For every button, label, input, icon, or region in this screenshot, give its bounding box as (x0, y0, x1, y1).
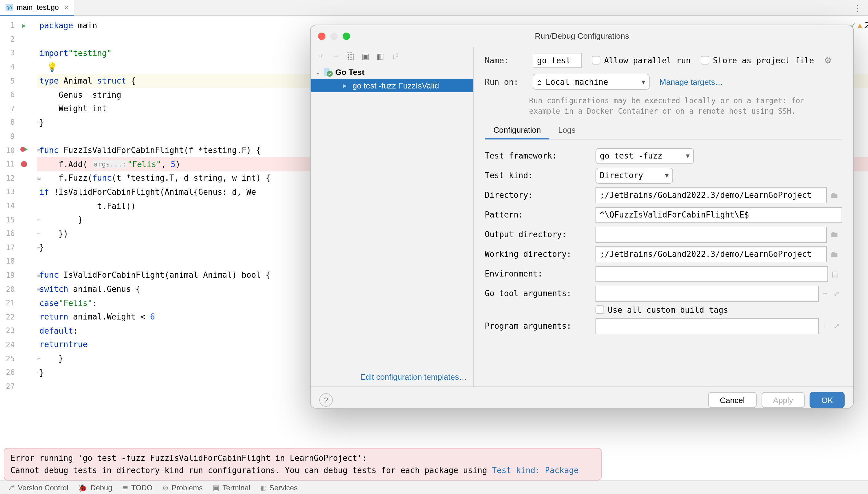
pattern-input[interactable] (596, 207, 842, 223)
run-bug-icon[interactable] (20, 145, 28, 155)
tool-args-input[interactable] (596, 285, 819, 301)
prog-args-label: Program arguments: (485, 321, 589, 330)
run-on-select[interactable]: ⌂ Local machine ▼ (533, 74, 650, 90)
copy-config-icon[interactable]: ⿻ (344, 49, 357, 63)
run-debug-dialog: Run/Debug Configurations ＋ － ⿻ ▣ ▥ ↓² ⌄ … (310, 24, 854, 408)
sb-todo[interactable]: ≣ TODO (122, 483, 152, 492)
run-on-label: Run on: (485, 77, 523, 86)
status-bar: ⎇ Version Control 🐞 Debug ≣ TODO ⊘ Probl… (0, 480, 868, 494)
gutter-line: 3 (0, 46, 37, 60)
save-config-icon[interactable]: ▣ (359, 49, 372, 63)
sb-version-control[interactable]: ⎇ Version Control (6, 483, 68, 492)
kind-select[interactable]: Directory ▼ (596, 167, 673, 184)
svg-text:go: go (6, 5, 12, 10)
chevron-down-icon: ▼ (665, 172, 669, 179)
run-icon[interactable]: ▶ (22, 22, 26, 29)
pattern-label: Pattern: (485, 210, 589, 220)
close-window-icon[interactable] (318, 33, 325, 40)
env-input[interactable] (596, 266, 828, 282)
folder-icon[interactable]: 🖿 (827, 190, 842, 200)
gutter-line: 10⊟ (0, 144, 37, 157)
plus-icon[interactable]: ＋ (819, 288, 831, 299)
error-line2: Cannot debug tests in directory-kind run… (11, 464, 595, 476)
ok-button[interactable]: OK (810, 392, 845, 408)
manage-targets-link[interactable]: Manage targets… (659, 77, 723, 86)
name-label: Name: (485, 56, 523, 65)
prog-args-input[interactable] (596, 318, 819, 334)
apply-button[interactable]: Apply (761, 392, 804, 408)
gutter-line: 14 (0, 199, 37, 213)
checkbox-icon (592, 56, 600, 64)
chevron-down-icon: ▼ (641, 78, 645, 85)
tab-configuration[interactable]: Configuration (485, 121, 550, 139)
tab-logs[interactable]: Logs (550, 121, 584, 138)
sb-debug[interactable]: 🐞 Debug (78, 483, 112, 492)
working-dir-input[interactable] (596, 246, 827, 262)
edit-templates-link[interactable]: Edit configuration templates… (360, 372, 467, 382)
sb-terminal[interactable]: ▣ Terminal (213, 483, 250, 492)
tab-options-icon[interactable]: ⋮ (847, 3, 868, 13)
go-file-icon: go (5, 3, 14, 12)
gutter-line: 6 (0, 88, 37, 102)
maximize-window-icon[interactable] (343, 33, 350, 40)
config-sidebar: ＋ － ⿻ ▣ ▥ ↓² ⌄ Go Test ▸ go test -fuzz F… (311, 47, 474, 386)
close-tab-icon[interactable]: × (64, 3, 69, 12)
services-icon: ◐ (260, 483, 266, 492)
expand-icon[interactable]: ⤢ (831, 322, 842, 330)
run-on-hint: Run configurations may be executed local… (485, 96, 842, 116)
minimize-window-icon (330, 33, 338, 40)
folder-config-icon[interactable]: ▥ (374, 49, 387, 63)
file-tab[interactable]: go main_test.go × (0, 0, 73, 16)
add-config-icon[interactable]: ＋ (314, 49, 328, 63)
working-dir-label: Working directory: (485, 249, 589, 259)
gutter-line: 5⊟ (0, 74, 37, 88)
output-dir-label: Output directory: (485, 230, 589, 239)
tree-group[interactable]: ⌄ Go Test (311, 65, 473, 79)
help-icon[interactable]: ? (319, 393, 333, 407)
folder-icon[interactable]: 🖿 (827, 230, 842, 239)
list-icon[interactable]: ▤ (828, 269, 842, 278)
config-form: Name: Allow parallel run Store as projec… (474, 47, 853, 386)
folder-icon[interactable]: 🖿 (827, 249, 842, 259)
test-kind-link[interactable]: Test kind: Package (492, 466, 579, 475)
gutter-line: 13 (0, 185, 37, 199)
sb-problems[interactable]: ⊘ Problems (162, 483, 203, 492)
run-config-icon: ▸ (340, 80, 350, 90)
use-tags-checkbox[interactable]: Use all custom build tags (596, 305, 728, 314)
sort-config-icon[interactable]: ↓² (388, 49, 402, 63)
gear-icon[interactable]: ⚙ (824, 55, 832, 65)
sb-services[interactable]: ◐ Services (260, 483, 298, 492)
config-tabs: Configuration Logs (485, 121, 842, 139)
output-dir-input[interactable] (596, 226, 827, 242)
dialog-title: Run/Debug Configurations (311, 25, 853, 47)
allow-parallel-checkbox[interactable]: Allow parallel run (592, 56, 691, 65)
gutter-line: 1▶ (0, 18, 37, 32)
gutter-line: 11 (0, 157, 37, 171)
remove-config-icon[interactable]: － (329, 49, 343, 63)
name-input[interactable] (533, 53, 582, 68)
breakpoint-icon[interactable] (21, 161, 27, 167)
gutter-line: 15⌐ (0, 213, 37, 227)
gutter-line: 16⌐ (0, 227, 37, 241)
cancel-button[interactable]: Cancel (708, 392, 756, 408)
directory-input[interactable] (596, 187, 827, 203)
config-tree: ⌄ Go Test ▸ go test -fuzz FuzzIsValid (311, 65, 473, 367)
checkbox-icon (701, 56, 709, 64)
kind-label: Test kind: (485, 171, 589, 180)
list-icon: ≣ (122, 483, 128, 492)
gutter-line: 23 (0, 324, 37, 338)
tree-item-label: go test -fuzz FuzzIsValid (352, 81, 439, 90)
env-label: Environment: (485, 269, 589, 278)
tree-group-label: Go Test (335, 67, 364, 76)
error-notification: Error running 'go test -fuzz FuzzIsValid… (4, 448, 602, 480)
gutter-line: 2 (0, 32, 37, 46)
warning-icon: ⊘ (162, 483, 168, 492)
dialog-footer: ? Cancel Apply OK (311, 386, 853, 413)
chevron-down-icon: ▼ (686, 152, 690, 159)
plus-icon[interactable]: ＋ (819, 321, 831, 331)
store-project-checkbox[interactable]: Store as project file (701, 56, 814, 65)
expand-icon[interactable]: ⤢ (831, 289, 842, 298)
framework-select[interactable]: go test -fuzz ▼ (596, 148, 694, 164)
tree-item-selected[interactable]: ▸ go test -fuzz FuzzIsValid (311, 79, 473, 92)
gutter-line: 22 (0, 310, 37, 324)
